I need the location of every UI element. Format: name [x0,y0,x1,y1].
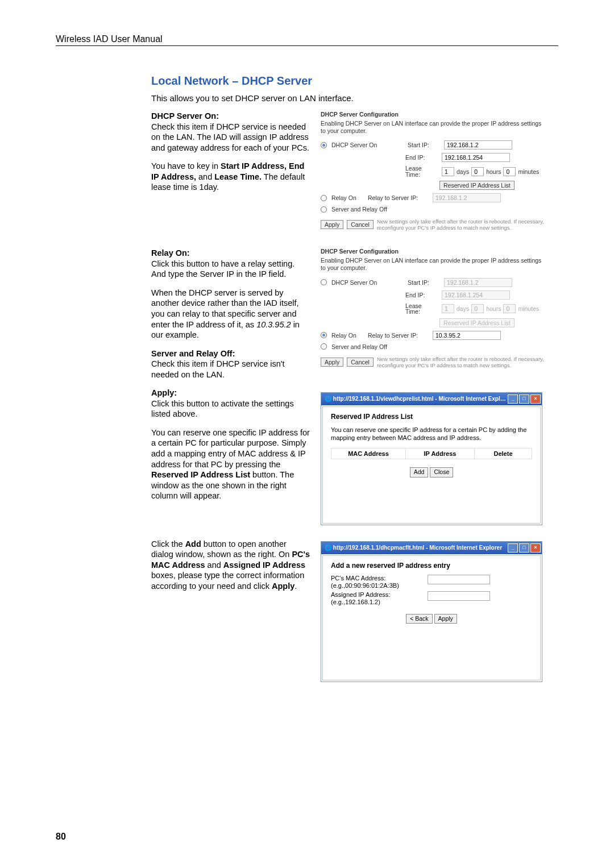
p2-dhcp-label: DHCP Server On [331,279,405,286]
days-label: days [457,168,469,175]
ip-eg: (e.g.,192.168.1.2) [331,599,380,605]
page-header: Wireless IAD User Manual [56,34,558,46]
p2-hours-input [471,304,484,313]
end-ip-label: End IP: [405,154,439,161]
p2-apply-button[interactable]: Apply [321,358,343,367]
win2-title: http://192.168.1.1/dhcpmacflt.html - Mic… [333,545,507,551]
dhcp-panel-2: DHCP Server Configuration Enabling DHCP … [321,248,545,368]
hours-label: hours [486,168,501,175]
p2-end-label: End IP: [405,292,439,298]
section-title: Local Network – DHCP Server [151,74,561,88]
add-entry-window: 🌐 http://192.168.1.1/dhcpmacflt.html - M… [321,541,542,682]
apply-heading: Apply: [151,388,177,397]
lease-label: LeaseTime: [405,165,439,177]
p2-relay-label: Relay On [331,332,366,339]
page-number: 80 [56,832,66,842]
p2-reserved-button: Reserved IP Address List [439,318,515,327]
p2-off-radio[interactable] [321,343,327,350]
ip-label: Assigned IP Address: [331,591,390,598]
col-ip: IP Address [406,448,475,459]
add-txt-a: Click the [151,539,185,549]
relay-to-label: Relay to Server IP: [368,194,430,201]
lease-min-input[interactable] [503,167,516,176]
apply-button-2[interactable]: Apply [434,614,457,624]
reserved-list-window: 🌐 http://192.168.1.1/viewdhcprelist.html… [321,392,542,525]
p2-relayto-label: Relay to Server IP: [368,332,430,339]
p2-cancel-button[interactable]: Cancel [347,358,374,367]
dhcp-server-on-label: DHCP Server On [331,142,405,148]
p2-start-label: Start IP: [408,279,442,286]
p2-end-input [442,290,510,300]
intro-text: This allows you to set DHCP server on LA… [151,93,561,103]
keyin-text-a: You have to key in [151,161,221,171]
dhcp-on-heading: DHCP Server On: [151,111,219,121]
win2-heading: Add a new reserved IP address entry [331,562,532,571]
p2-days-input [442,304,454,313]
relay-ip-input [433,193,501,202]
dhcp-server-on-radio[interactable] [321,142,327,148]
start-ip-input[interactable] [444,140,512,149]
p2-start-input [444,278,512,287]
mac-label: PC's MAC Address: [331,575,385,582]
relay-on-text: Click this button to have a relay settin… [151,259,294,279]
add-txt-i: . [294,582,297,591]
dhcp-panel-1: DHCP Server Configuration Enabling DHCP … [321,111,545,231]
ie-icon: 🌐 [325,545,331,551]
win1-title: http://192.168.1.1/viewdhcprelist.html -… [333,396,507,402]
p2-note: New settings only take effect after the … [377,356,545,368]
win1-text: You can reserve one specific IP address … [331,426,532,442]
lease-hours-input[interactable] [471,167,484,176]
close-button-2[interactable]: Close [430,467,453,477]
close-button[interactable]: × [530,394,541,404]
apply-text: Click this button to activate the settin… [151,399,294,419]
off-heading: Server and Relay Off: [151,349,235,358]
keyin-text-d: Lease Time. [214,172,262,181]
maximize-button[interactable]: □ [519,543,529,553]
mac-input[interactable] [428,575,490,584]
start-ip-label: Start IP: [408,142,442,148]
min-label: minutes [518,168,539,175]
panel1-title: DHCP Server Configuration [321,111,545,118]
back-button[interactable]: < Back [406,614,432,624]
p2-off-label: Server and Relay Off [331,343,387,350]
col-del: Delete [475,448,532,459]
lease-days-input[interactable] [442,167,454,176]
add-txt-f: Assigned IP Address [223,560,305,570]
p2-relay-input[interactable] [433,331,501,340]
relay-on-radio[interactable] [321,195,327,201]
add-txt-b: Add [185,539,201,549]
cancel-button[interactable]: Cancel [347,220,374,229]
end-ip-input[interactable] [442,153,510,162]
maximize-button[interactable]: □ [519,394,529,404]
reserved-ip-list-button[interactable]: Reserved IP Address List [439,181,515,190]
ie-icon: 🌐 [325,396,331,402]
reserve-text-a: You can reserve one specific IP address … [151,428,310,469]
close-button[interactable]: × [530,543,541,553]
p2-dhcp-radio[interactable] [321,279,327,285]
keyin-text-c: and [198,172,214,181]
minimize-button[interactable]: _ [508,543,518,553]
mac-eg: (e.g.,00:90:96:01:2A:3B) [331,582,399,589]
minimize-button[interactable]: _ [508,394,518,404]
add-txt-e: and [205,560,223,570]
p2-min-input [503,304,516,313]
ip-input[interactable] [428,591,490,601]
off-label: Server and Relay Off [331,206,387,213]
panel2-title: DHCP Server Configuration [321,248,545,255]
col-mac: MAC Address [331,448,406,459]
panel1-sub: Enabling DHCP Server on LAN interface ca… [321,120,545,135]
p2-lease-label: LeaseTime: [405,303,439,315]
add-button[interactable]: Add [410,467,429,477]
apply-button[interactable]: Apply [321,220,343,229]
p2-min-lbl: minutes [518,305,539,312]
p2-relay-radio[interactable] [321,332,327,338]
off-text: Check this item if DHCP service isn't ne… [151,359,285,379]
win1-heading: Reserved IP Address List [331,413,532,422]
panel2-sub: Enabling DHCP Server on LAN interface ca… [321,257,545,272]
relay-on-label: Relay On [331,194,366,201]
add-txt-h: Apply [272,582,294,591]
relay-ex-b: 10.3.95.2 [256,320,291,329]
reserve-text-b: Reserved IP Address List [151,470,250,479]
off-radio[interactable] [321,206,327,213]
relay-on-heading: Relay On: [151,248,190,258]
